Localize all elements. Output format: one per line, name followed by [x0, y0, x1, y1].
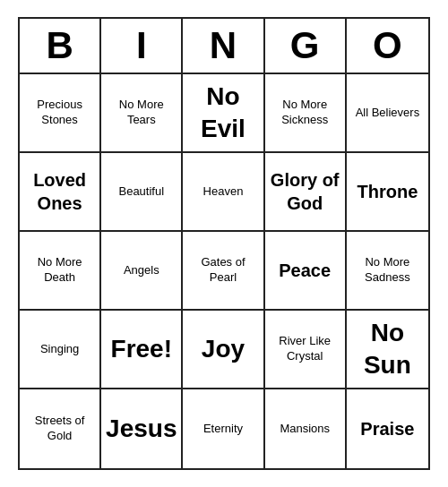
bingo-cell[interactable]: Joy — [183, 311, 264, 389]
bingo-cell[interactable]: Peace — [265, 232, 347, 311]
bingo-cell[interactable]: Beautiful — [101, 153, 183, 232]
bingo-grid: Precious StonesNo More TearsNo EvilNo Mo… — [20, 74, 428, 468]
bingo-cell[interactable]: Streets of Gold — [20, 389, 101, 468]
header-letter: N — [183, 19, 264, 73]
bingo-card: BINGO Precious StonesNo More TearsNo Evi… — [18, 17, 430, 470]
bingo-cell[interactable]: Precious Stones — [20, 74, 101, 153]
bingo-cell[interactable]: No More Death — [20, 232, 101, 311]
bingo-header: BINGO — [20, 19, 428, 74]
header-letter: G — [265, 19, 347, 73]
bingo-cell[interactable]: Praise — [347, 389, 428, 468]
bingo-cell[interactable]: No Sun — [347, 311, 428, 389]
header-letter: I — [101, 19, 183, 73]
bingo-cell[interactable]: No More Sickness — [265, 74, 347, 153]
bingo-cell[interactable]: Free! — [101, 311, 183, 389]
bingo-cell[interactable]: Throne — [347, 153, 428, 232]
bingo-cell[interactable]: Eternity — [183, 389, 264, 468]
bingo-cell[interactable]: River Like Crystal — [265, 311, 347, 389]
bingo-cell[interactable]: All Believers — [347, 74, 428, 153]
bingo-cell[interactable]: Heaven — [183, 153, 264, 232]
bingo-cell[interactable]: No More Tears — [101, 74, 183, 153]
bingo-cell[interactable]: No More Sadness — [347, 232, 428, 311]
bingo-cell[interactable]: No Evil — [183, 74, 264, 153]
header-letter: B — [20, 19, 101, 73]
bingo-cell[interactable]: Glory of God — [265, 153, 347, 232]
bingo-cell[interactable]: Angels — [101, 232, 183, 311]
bingo-cell[interactable]: Singing — [20, 311, 101, 389]
bingo-cell[interactable]: Loved Ones — [20, 153, 101, 232]
header-letter: O — [347, 19, 428, 73]
bingo-cell[interactable]: Gates of Pearl — [183, 232, 264, 311]
bingo-cell[interactable]: Mansions — [265, 389, 347, 468]
bingo-cell[interactable]: Jesus — [101, 389, 183, 468]
